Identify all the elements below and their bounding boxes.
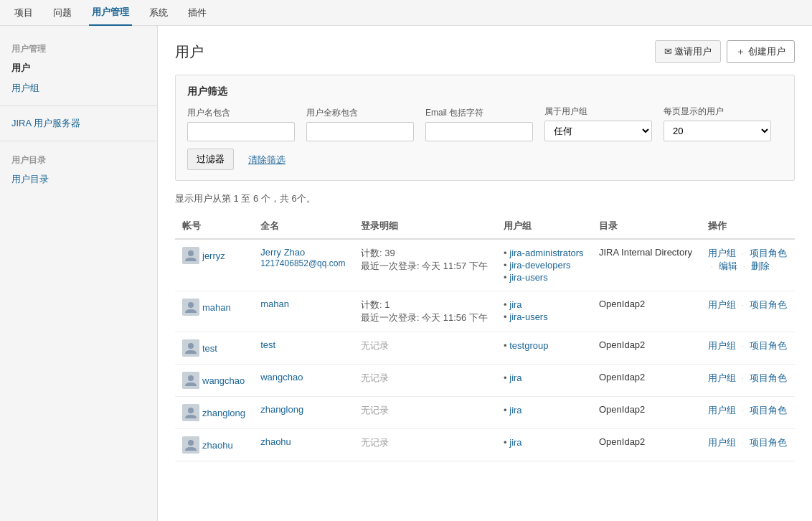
cell-login: 无记录 xyxy=(354,332,496,365)
svg-point-11 xyxy=(188,440,194,446)
account-link[interactable]: zhanglong xyxy=(202,408,245,418)
action-projectrole[interactable]: 项目角色 xyxy=(750,299,787,310)
fullname-link[interactable]: zhanglong xyxy=(260,404,303,415)
group-link[interactable]: jira xyxy=(509,405,521,416)
fullname-link[interactable]: mahan xyxy=(260,299,289,309)
table-row: mahan mahan计数: 1最近一次登录: 今天 11:56 下午jiraj… xyxy=(175,291,795,332)
filter-actions: 过滤器 清除筛选 xyxy=(187,149,783,170)
nav-item-usermgmt[interactable]: 用户管理 xyxy=(89,0,132,26)
cell-directory: OpenIdap2 xyxy=(592,429,701,461)
fullname-link[interactable]: wangchao xyxy=(260,372,303,382)
group-link[interactable]: jira xyxy=(509,372,521,383)
group-link[interactable]: testgroup xyxy=(509,340,548,351)
table-row: jerryz Jerry Zhao1217406852@qq.com计数: 39… xyxy=(175,239,795,291)
filter-username-input[interactable] xyxy=(187,122,295,141)
col-directory: 目录 xyxy=(592,214,701,239)
action-usergroup[interactable]: 用户组 xyxy=(708,299,736,310)
login-last: 最近一次登录: 今天 11:56 下午 xyxy=(361,312,488,323)
filter-row: 用户名包含 用户全称包含 Email 包括字符 属于用户组 任何 xyxy=(187,105,783,141)
sidebar-section-userdirectory: 用户目录 xyxy=(0,149,157,169)
fullname-link[interactable]: test xyxy=(260,339,275,350)
table-body: jerryz Jerry Zhao1217406852@qq.com计数: 39… xyxy=(175,239,795,461)
create-user-button[interactable]: ＋ 创建用户 xyxy=(727,40,795,63)
group-link[interactable]: jira-users xyxy=(509,272,547,283)
group-link[interactable]: jira xyxy=(509,437,521,448)
group-link[interactable]: jira-developers xyxy=(509,260,570,271)
cell-groups: jira xyxy=(496,429,592,461)
cell-account: jerryz xyxy=(175,239,253,291)
filter-username-field: 用户名包含 xyxy=(187,107,295,141)
table-row: wangchao wangchao无记录jiraOpenIdap2 用户组 · … xyxy=(175,365,795,397)
action-usergroup[interactable]: 用户组 xyxy=(708,405,736,416)
action-usergroup[interactable]: 用户组 xyxy=(708,248,736,258)
group-link[interactable]: jira xyxy=(509,299,521,310)
cell-directory: OpenIdap2 xyxy=(592,291,701,332)
login-count: 计数: 1 xyxy=(361,299,390,310)
action-projectrole[interactable]: 项目角色 xyxy=(750,405,787,416)
header-buttons: ✉ 邀请用户 ＋ 创建用户 xyxy=(655,40,795,63)
account-link[interactable]: wangchao xyxy=(202,375,245,386)
login-count: 计数: 39 xyxy=(361,248,395,258)
action-projectrole[interactable]: 项目角色 xyxy=(750,340,787,351)
nav-item-plugin[interactable]: 插件 xyxy=(185,0,209,26)
cell-directory: OpenIdap2 xyxy=(592,332,701,365)
group-item: jira xyxy=(504,436,585,449)
action-projectrole[interactable]: 项目角色 xyxy=(750,437,787,448)
cell-fullname: mahan xyxy=(253,291,354,332)
filter-perpage-select[interactable]: 20 50 100 xyxy=(664,121,771,141)
group-item: jira xyxy=(504,404,585,416)
cell-actions: 用户组 · 项目角色 xyxy=(701,397,795,429)
no-record: 无记录 xyxy=(361,340,389,351)
table-row: zhaohu zhaohu无记录jiraOpenIdap2 用户组 · 项目角色 xyxy=(175,429,795,461)
filter-email-input[interactable] xyxy=(425,122,533,141)
cell-account: test xyxy=(175,332,253,365)
user-email: 1217406852@qq.com xyxy=(260,258,345,268)
filter-username-label: 用户名包含 xyxy=(187,107,295,119)
cell-account: mahan xyxy=(175,291,253,332)
action-edit[interactable]: 编辑 xyxy=(719,260,737,271)
clear-filter-button[interactable]: 清除筛选 xyxy=(240,150,294,170)
sidebar-item-jira-user-server[interactable]: JIRA 用户服务器 xyxy=(0,113,157,133)
sidebar-item-users[interactable]: 用户 xyxy=(0,58,157,78)
results-info: 显示用户从第 1 至 6 个，共 6个。 xyxy=(175,192,795,205)
cell-fullname: wangchao xyxy=(253,365,354,397)
group-link[interactable]: jira-administrators xyxy=(509,248,583,258)
cell-directory: OpenIdap2 xyxy=(592,365,701,397)
invite-user-button[interactable]: ✉ 邀请用户 xyxy=(655,40,722,63)
action-usergroup[interactable]: 用户组 xyxy=(708,372,736,383)
avatar xyxy=(182,372,199,389)
group-item: jira-administrators xyxy=(504,247,585,259)
account-link[interactable]: mahan xyxy=(202,302,231,313)
action-projectrole[interactable]: 项目角色 xyxy=(750,248,787,258)
group-item: jira-developers xyxy=(504,259,585,271)
action-usergroup[interactable]: 用户组 xyxy=(708,437,736,448)
fullname-link[interactable]: zhaohu xyxy=(260,436,291,447)
account-link[interactable]: test xyxy=(202,343,217,354)
filter-group-label: 属于用户组 xyxy=(544,105,652,118)
sidebar: 用户管理 用户 用户组 JIRA 用户服务器 用户目录 用户目录 xyxy=(0,26,158,521)
filter-fullname-input[interactable] xyxy=(306,122,414,141)
nav-item-issue[interactable]: 问题 xyxy=(50,0,75,26)
cell-groups: jirajira-users xyxy=(496,291,592,332)
account-link[interactable]: zhaohu xyxy=(202,440,233,451)
filter-button[interactable]: 过滤器 xyxy=(187,149,234,170)
no-record: 无记录 xyxy=(361,437,389,448)
filter-perpage-label: 每页显示的用户 xyxy=(664,105,771,118)
nav-item-project[interactable]: 项目 xyxy=(11,0,36,26)
action-usergroup[interactable]: 用户组 xyxy=(708,340,736,351)
fullname-link[interactable]: Jerry Zhao xyxy=(260,247,305,258)
cell-fullname: zhanglong xyxy=(253,397,354,429)
cell-groups: jira xyxy=(496,397,592,429)
cell-actions: 用户组 · 项目角色 xyxy=(701,291,795,332)
group-link[interactable]: jira-users xyxy=(509,311,547,322)
filter-group-select[interactable]: 任何 xyxy=(544,121,652,141)
action-projectrole[interactable]: 项目角色 xyxy=(750,372,787,383)
cell-groups: jira xyxy=(496,365,592,397)
nav-item-system[interactable]: 系统 xyxy=(146,0,171,26)
account-link[interactable]: jerryz xyxy=(202,250,225,261)
sidebar-item-usergroups[interactable]: 用户组 xyxy=(0,78,157,98)
action-delete[interactable]: 删除 xyxy=(751,260,770,271)
cell-account: wangchao xyxy=(175,365,253,397)
sidebar-item-user-directory[interactable]: 用户目录 xyxy=(0,169,157,189)
top-navigation: 项目 问题 用户管理 系统 插件 xyxy=(0,0,812,26)
